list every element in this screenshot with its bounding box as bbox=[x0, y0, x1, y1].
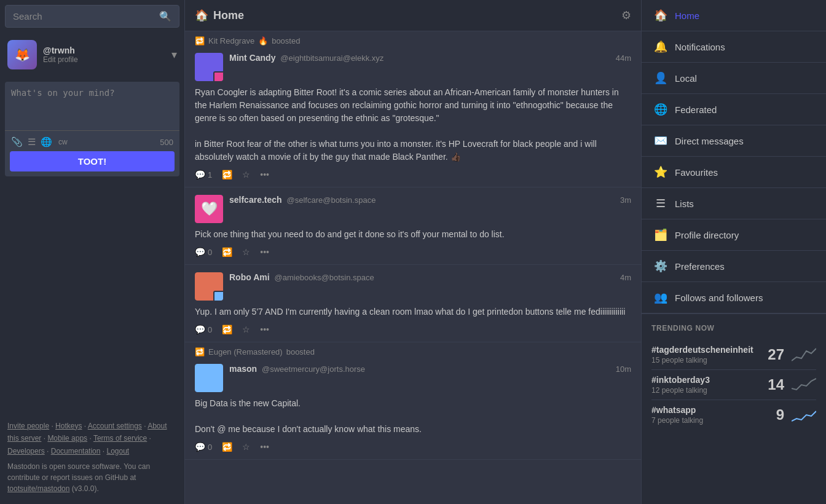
nav-label: Notifications bbox=[675, 42, 725, 52]
nav-label: Favourites bbox=[675, 167, 718, 178]
reply-button[interactable]: 💬 0 bbox=[195, 247, 212, 257]
reply-button[interactable]: 💬 1 bbox=[195, 170, 212, 179]
mail-icon: ✉️ bbox=[654, 134, 667, 148]
nav-label: Direct messages bbox=[675, 136, 744, 146]
sidebar-item-lists[interactable]: ☰ Lists bbox=[642, 188, 826, 219]
boost-button[interactable]: 🔁 bbox=[222, 442, 232, 452]
sidebar-item-favourites[interactable]: ⭐ Favourites bbox=[642, 157, 826, 188]
avatar: 🤍 bbox=[195, 195, 223, 223]
nav-label: Profile directory bbox=[675, 230, 739, 240]
nav-label: Follows and followers bbox=[675, 293, 763, 303]
boosted-label: boosted bbox=[286, 347, 315, 356]
list-item[interactable]: #whatsapp 7 people talking 9 bbox=[651, 400, 816, 430]
more-button[interactable]: ••• bbox=[260, 325, 269, 334]
favourite-button[interactable]: ☆ bbox=[242, 247, 250, 257]
nav-label: Local bbox=[675, 73, 697, 84]
boost-button[interactable]: 🔁 bbox=[222, 325, 232, 334]
table-row: Mint Candy @eightbitsamurai@elekk.xyz 44… bbox=[185, 45, 641, 187]
avatar bbox=[195, 272, 223, 301]
post-time: 4m bbox=[620, 273, 631, 282]
developers-link[interactable]: Developers bbox=[7, 447, 45, 455]
table-row: Robo Ami @amiebooks@botsin.space 4m Yup.… bbox=[185, 265, 641, 342]
format-button[interactable]: ☰ bbox=[28, 136, 36, 148]
search-input[interactable] bbox=[13, 11, 159, 22]
reply-icon: 💬 bbox=[195, 325, 205, 334]
user-handle: @trwnh bbox=[43, 45, 78, 55]
invite-people-link[interactable]: Invite people bbox=[7, 422, 49, 430]
home-icon: 🏠 bbox=[195, 9, 208, 22]
account-settings-link[interactable]: Account settings bbox=[88, 422, 142, 430]
sidebar-item-home[interactable]: 🏠 Home bbox=[642, 0, 826, 31]
sidebar-item-local[interactable]: 👤 Local bbox=[642, 63, 826, 94]
list-item[interactable]: #tagderdeutscheneinheit 15 people talkin… bbox=[651, 340, 816, 370]
search-button[interactable]: 🔍 bbox=[159, 10, 171, 22]
boost-icon: 🔁 bbox=[195, 36, 205, 45]
reply-button[interactable]: 💬 0 bbox=[195, 325, 212, 334]
star-icon: ☆ bbox=[242, 325, 250, 334]
star-icon: ⭐ bbox=[654, 165, 667, 179]
trending-section: TRENDING NOW #tagderdeutscheneinheit 15 … bbox=[642, 313, 826, 439]
center-header: 🏠 Home ⚙ bbox=[185, 0, 641, 31]
attach-button[interactable]: 📎 bbox=[11, 136, 23, 148]
avatar bbox=[195, 364, 223, 392]
globe-button[interactable]: 🌐 bbox=[41, 136, 52, 148]
sidebar-item-direct-messages[interactable]: ✉️ Direct messages bbox=[642, 125, 826, 157]
avatar bbox=[195, 53, 223, 81]
trend-sparkline bbox=[792, 346, 816, 363]
documentation-link[interactable]: Documentation bbox=[51, 447, 101, 455]
reply-icon: 💬 bbox=[195, 442, 205, 452]
more-button[interactable]: ••• bbox=[260, 442, 269, 452]
reply-button[interactable]: 💬 0 bbox=[195, 442, 212, 452]
mobile-apps-link[interactable]: Mobile apps bbox=[47, 434, 87, 443]
reply-count: 0 bbox=[208, 248, 212, 257]
trend-tag: #whatsapp bbox=[651, 405, 769, 415]
cw-button[interactable]: cw bbox=[58, 138, 68, 146]
center-column: 🏠 Home ⚙ 🔁 Kit Redgrave 🔥 boosted Mint C… bbox=[184, 0, 642, 504]
favourite-button[interactable]: ☆ bbox=[242, 170, 250, 179]
right-sidebar: 🏠 Home 🔔 Notifications 👤 Local 🌐 Federat… bbox=[642, 0, 826, 504]
favourite-button[interactable]: ☆ bbox=[242, 442, 250, 452]
column-settings-button[interactable]: ⚙ bbox=[621, 9, 631, 22]
compose-textarea[interactable] bbox=[5, 82, 179, 131]
sidebar-item-notifications[interactable]: 🔔 Notifications bbox=[642, 31, 826, 63]
boost-emoji: 🔥 bbox=[258, 36, 268, 45]
profile-chevron-button[interactable]: ▾ bbox=[171, 48, 177, 61]
post-body: Pick one thing that you need to do and g… bbox=[195, 228, 631, 241]
table-row: 🤍 selfcare.tech @selfcare@botsin.space 3… bbox=[185, 187, 641, 265]
favourite-button[interactable]: ☆ bbox=[242, 325, 250, 334]
more-button[interactable]: ••• bbox=[260, 170, 269, 179]
reply-count: 0 bbox=[208, 325, 212, 334]
sidebar-item-profile-directory[interactable]: 🗂️ Profile directory bbox=[642, 219, 826, 251]
post-time: 3m bbox=[620, 195, 631, 205]
trend-count: 27 bbox=[768, 346, 784, 363]
post-boost-bar: 🔁 Eugen (Remastered) boosted bbox=[185, 342, 641, 356]
user-profile: 🦊 @trwnh Edit profile ▾ bbox=[5, 35, 179, 74]
bell-icon: 🔔 bbox=[654, 40, 667, 53]
sidebar-item-follows-followers[interactable]: 👥 Follows and followers bbox=[642, 282, 826, 313]
trend-count: 14 bbox=[768, 376, 784, 393]
center-title: Home bbox=[213, 9, 244, 22]
booster-name: Eugen (Remastered) bbox=[208, 347, 283, 356]
logout-link[interactable]: Logout bbox=[106, 447, 129, 455]
toot-button[interactable]: TOOT! bbox=[10, 151, 175, 171]
repo-link[interactable]: tootsuite/mastodon bbox=[7, 484, 69, 493]
sidebar-item-preferences[interactable]: ⚙️ Preferences bbox=[642, 251, 826, 282]
more-button[interactable]: ••• bbox=[260, 247, 269, 257]
sidebar-item-federated[interactable]: 🌐 Federated bbox=[642, 94, 826, 125]
post-time: 44m bbox=[616, 53, 631, 63]
table-row: mason @sweetmercury@jorts.horse 10m Big … bbox=[185, 356, 641, 460]
boost-button[interactable]: 🔁 bbox=[222, 170, 232, 179]
local-icon: 👤 bbox=[654, 71, 667, 85]
edit-profile-link[interactable]: Edit profile bbox=[43, 55, 78, 64]
compose-area: 📎 ☰ 🌐 cw 500 TOOT! bbox=[5, 82, 179, 176]
boost-button[interactable]: 🔁 bbox=[222, 247, 232, 257]
terms-link[interactable]: Terms of service bbox=[93, 434, 147, 443]
boost-icon: 🔁 bbox=[222, 442, 232, 452]
globe-icon: 🌐 bbox=[654, 103, 667, 116]
hotkeys-link[interactable]: Hotkeys bbox=[55, 422, 82, 430]
trend-people: 7 people talking bbox=[651, 416, 769, 425]
list-item[interactable]: #inktoberday3 12 people talking 14 bbox=[651, 370, 816, 400]
post-acct: @amiebooks@botsin.space bbox=[274, 273, 374, 282]
gear-icon: ⚙️ bbox=[654, 259, 667, 273]
boosted-label: boosted bbox=[272, 36, 300, 45]
